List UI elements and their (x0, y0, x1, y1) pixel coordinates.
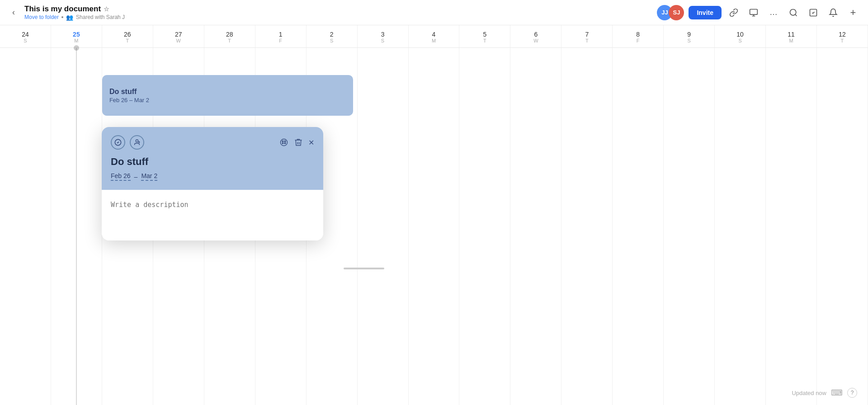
svg-point-1 (790, 9, 796, 15)
date-header: 24 S25 M26 T27 W28 T1 F2 S3 S4 (0, 25, 868, 48)
date-col-3: 3 S (358, 25, 409, 47)
more-button[interactable]: … (766, 5, 781, 20)
tasks-button[interactable] (806, 5, 821, 20)
complete-button[interactable] (111, 135, 125, 150)
popup-date-row: Feb 26 – Mar 2 (111, 172, 314, 181)
gantt-bar-title: Do stuff (109, 88, 346, 96)
doc-title: This is my document ☆ (24, 5, 125, 14)
date-col-4: 4 M (409, 25, 460, 47)
day-col-3 (358, 48, 409, 405)
date-num: 25 (73, 31, 80, 38)
popup-end-date[interactable]: Mar 2 (141, 172, 157, 181)
calendar-body: Do stuff Feb 26 – Mar 2 (0, 48, 868, 405)
svg-point-9 (284, 141, 286, 142)
date-col-5: 5 T (459, 25, 510, 47)
date-col-26: 26 T (102, 25, 153, 47)
horizontal-scrollbar[interactable] (344, 268, 384, 269)
date-day: T (483, 38, 486, 44)
gantt-bar[interactable]: Do stuff Feb 26 – Mar 2 (102, 75, 353, 116)
date-num: 10 (736, 31, 744, 38)
day-col-4 (409, 48, 460, 405)
svg-rect-0 (750, 9, 758, 14)
date-num: 6 (534, 31, 538, 38)
date-num: 27 (175, 31, 182, 38)
date-col-27: 27 W (153, 25, 204, 47)
date-day: F (279, 38, 282, 44)
day-col-9 (664, 48, 715, 405)
date-num: 2 (330, 31, 334, 38)
topbar: ‹ This is my document ☆ Move to folder 👥… (0, 0, 868, 25)
avatar-sj[interactable]: SJ (669, 5, 684, 20)
move-to-folder-link[interactable]: Move to folder (24, 14, 59, 20)
date-num: 9 (687, 31, 691, 38)
help-icon[interactable]: ? (847, 388, 857, 398)
date-day: T (126, 38, 129, 44)
svg-point-8 (282, 141, 283, 142)
date-day: S (687, 38, 690, 44)
day-col-7 (561, 48, 613, 405)
day-col-11 (766, 48, 817, 405)
popup-bottom-section (102, 190, 323, 240)
shared-icon: 👥 (66, 14, 73, 21)
date-col-6: 6 W (510, 25, 561, 47)
back-button[interactable]: ‹ (7, 6, 20, 19)
delete-button[interactable] (294, 138, 303, 147)
date-col-28: 28 T (204, 25, 255, 47)
date-num: 1 (279, 31, 283, 38)
popup-task-title: Do stuff (111, 156, 314, 168)
svg-point-7 (281, 139, 288, 146)
popup-start-date[interactable]: Feb 26 (111, 172, 131, 181)
svg-point-10 (282, 142, 283, 144)
bottom-status: Updated now ⌨ ? (792, 388, 857, 398)
avatar-group: JJ SJ (657, 5, 684, 20)
day-col-12 (817, 48, 868, 405)
svg-point-4 (136, 140, 138, 142)
description-input[interactable] (111, 201, 314, 228)
date-num: 26 (124, 31, 131, 38)
date-num: 11 (788, 31, 795, 38)
link-button[interactable] (726, 5, 741, 20)
date-num: 12 (839, 31, 846, 38)
dot-separator (61, 16, 63, 18)
date-num: 5 (483, 31, 487, 38)
notifications-button[interactable] (826, 5, 841, 20)
gantt-bar-date: Feb 26 – Mar 2 (109, 97, 346, 104)
date-col-11: 11 M (766, 25, 817, 47)
date-day: M (789, 38, 793, 44)
present-button[interactable] (746, 5, 761, 20)
keyboard-icon[interactable]: ⌨ (831, 388, 843, 398)
topbar-left: ‹ This is my document ☆ Move to folder 👥… (7, 5, 657, 21)
day-col-5 (459, 48, 510, 405)
date-num: 7 (585, 31, 589, 38)
date-day: W (533, 38, 538, 44)
search-button[interactable] (786, 5, 801, 20)
color-picker-button[interactable] (279, 138, 288, 147)
date-col-10: 10 S (715, 25, 766, 47)
popup-actions-left (111, 135, 144, 150)
date-day: S (381, 38, 384, 44)
date-col-2: 2 S (307, 25, 358, 47)
date-col-7: 7 T (561, 25, 613, 47)
date-day: M (74, 38, 78, 44)
date-day: S (330, 38, 333, 44)
date-col-8: 8 F (613, 25, 664, 47)
add-button[interactable]: + (845, 5, 861, 20)
svg-point-11 (284, 142, 286, 144)
date-col-1: 1 F (255, 25, 307, 47)
date-col-25: 25 M (51, 25, 102, 47)
close-button[interactable]: ✕ (308, 138, 314, 147)
today-line (76, 48, 77, 405)
invite-button[interactable]: Invite (689, 6, 722, 19)
updated-text: Updated now (792, 390, 826, 396)
day-col-6 (510, 48, 561, 405)
popup-actions-row: ✕ (111, 135, 314, 150)
date-col-9: 9 S (664, 25, 715, 47)
date-num: 8 (636, 31, 640, 38)
topbar-right: JJ SJ Invite … (657, 5, 861, 20)
date-col-24: 24 S (0, 25, 51, 47)
date-num: 4 (432, 31, 436, 38)
assign-button[interactable] (130, 135, 144, 150)
date-num: 24 (22, 31, 29, 38)
date-day: S (24, 38, 27, 44)
star-icon[interactable]: ☆ (104, 5, 109, 13)
